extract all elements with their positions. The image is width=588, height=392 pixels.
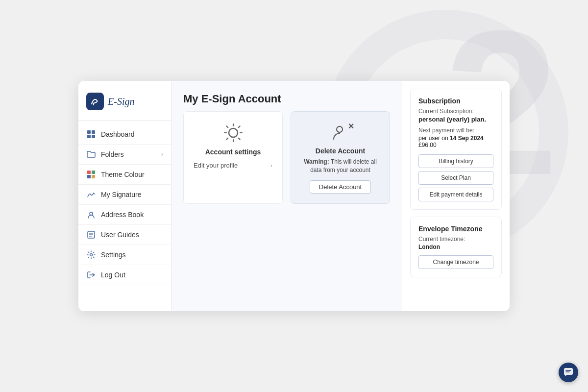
sidebar-item-log-out[interactable]: Log Out [78,265,171,285]
subscription-date: 14 Sep 2024 [450,135,484,142]
sidebar: E-Sign Dashboard [78,81,172,311]
address-book-icon [86,210,96,220]
folders-chevron-icon: › [161,151,163,158]
sidebar-label-theme-colour: Theme Colour [101,171,145,178]
timezone-value: London [418,244,493,250]
page-title: My E-Sign Account [183,93,390,105]
svg-rect-16 [564,368,573,375]
sidebar-item-dashboard[interactable]: Dashboard [78,124,171,145]
signature-icon [86,190,96,199]
svg-rect-4 [87,171,91,174]
subscription-plan-name: personal (yearly) plan. [418,116,493,123]
svg-rect-5 [92,171,95,174]
sidebar-label-user-guides: User Guides [101,231,139,239]
logo-icon [86,93,104,110]
svg-rect-6 [87,175,91,178]
sidebar-label-dashboard: Dashboard [101,130,135,138]
sidebar-item-settings[interactable]: Settings [78,245,171,265]
delete-warning-prefix: Warning: [304,158,329,165]
delete-account-title: Delete Account [316,147,365,155]
user-guides-icon [86,230,96,240]
folder-icon [86,149,96,159]
sidebar-item-user-guides[interactable]: User Guides [78,225,171,245]
delete-account-card: × Delete Account Warning: This will dele… [291,111,390,204]
subscription-amount: £96.00 [418,142,437,148]
delete-warning-text: Warning: This will delete all data from … [301,158,380,174]
main-card: E-Sign Dashboard [78,81,510,311]
settings-icon [86,250,96,260]
select-plan-button[interactable]: Select Plan [418,171,493,185]
account-settings-title: Account settings [194,148,272,156]
svg-rect-0 [87,130,91,134]
subscription-title: Subscription [418,97,493,105]
subscription-next-prefix: per user on [418,135,450,142]
svg-rect-1 [92,130,95,134]
subscription-current-label: Current Subscription: [418,108,493,115]
delete-x-icon: × [348,121,354,132]
center-content: My E-Sign Account Account settings Edit … [172,81,402,311]
account-settings-icon [194,122,272,144]
chat-button[interactable] [559,363,578,382]
timezone-title: Envelope Timezone [418,225,493,233]
subscription-card: Subscription Current Subscription: perso… [410,89,502,210]
sidebar-label-address-book: Address Book [101,211,144,219]
sidebar-item-my-signature[interactable]: My Signature [78,185,171,205]
svg-rect-2 [87,135,91,138]
subscription-next-label: Next payment will be: [418,127,493,134]
sidebar-label-folders: Folders [101,150,124,158]
sidebar-item-theme-colour[interactable]: Theme Colour [78,165,171,185]
timezone-current-label: Current timezone: [418,236,493,243]
right-sidebar: Subscription Current Subscription: perso… [402,81,510,311]
sidebar-label-settings: Settings [101,251,126,259]
dashboard-icon [86,129,96,139]
edit-profile-chevron: › [270,162,272,169]
delete-account-icon-wrap: × [330,122,351,143]
sidebar-item-address-book[interactable]: Address Book [78,205,171,225]
svg-point-8 [90,212,93,215]
sidebar-label-my-signature: My Signature [101,191,141,198]
timezone-card: Envelope Timezone Current timezone: Lond… [410,217,502,277]
theme-colour-icon [86,170,96,179]
svg-point-15 [337,126,343,132]
change-timezone-button[interactable]: Change timezone [418,255,493,269]
svg-rect-3 [92,135,95,138]
edit-profile-link[interactable]: Edit your profile › [194,162,272,169]
logout-icon [86,270,96,280]
subscription-next-date: per user on 14 Sep 2024 £96.00 [418,135,493,148]
billing-history-button[interactable]: Billing history [418,154,493,168]
timezone-city: London [418,244,440,250]
svg-rect-7 [92,175,95,178]
main-area: My E-Sign Account Account settings Edit … [172,81,510,311]
account-settings-card: Account settings Edit your profile › [183,111,283,204]
edit-profile-label: Edit your profile [194,162,238,169]
logo-text: E-Sign [108,96,134,107]
logo-area: E-Sign [78,81,171,121]
cards-row: Account settings Edit your profile › × [183,111,390,204]
delete-account-button[interactable]: Delete Account [310,180,371,194]
sidebar-label-log-out: Log Out [101,271,125,279]
svg-point-13 [90,254,93,256]
edit-payment-button[interactable]: Edit payment details [418,188,493,201]
svg-point-14 [229,128,238,137]
sidebar-item-folders[interactable]: Folders › [78,145,171,165]
